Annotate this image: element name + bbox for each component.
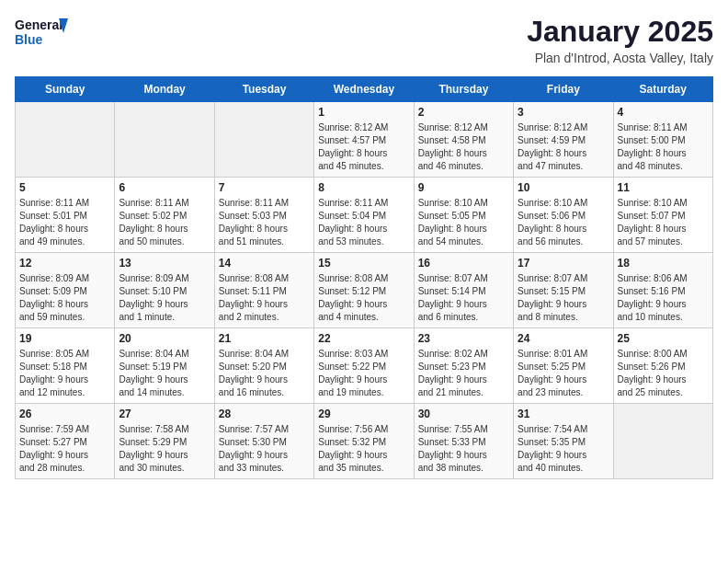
svg-text:General: General [15, 17, 63, 32]
day-info: Sunrise: 8:00 AMSunset: 5:26 PMDaylight:… [618, 348, 709, 399]
day-number: 14 [219, 257, 310, 270]
calendar-cell: 9Sunrise: 8:10 AMSunset: 5:05 PMDaylight… [414, 178, 513, 253]
days-header-row: SundayMondayTuesdayWednesdayThursdayFrid… [16, 77, 713, 102]
calendar-cell [613, 404, 712, 479]
calendar-cell: 19Sunrise: 8:05 AMSunset: 5:18 PMDayligh… [16, 328, 115, 404]
day-number: 15 [318, 257, 409, 270]
day-info: Sunrise: 8:02 AMSunset: 5:23 PMDaylight:… [418, 348, 509, 399]
week-row-5: 26Sunrise: 7:59 AMSunset: 5:27 PMDayligh… [16, 404, 713, 479]
calendar-cell: 31Sunrise: 7:54 AMSunset: 5:35 PMDayligh… [514, 404, 613, 479]
day-number: 13 [119, 257, 210, 270]
day-info: Sunrise: 8:11 AMSunset: 5:01 PMDaylight:… [19, 197, 110, 248]
calendar-cell: 8Sunrise: 8:11 AMSunset: 5:04 PMDaylight… [314, 178, 414, 253]
day-number: 10 [518, 181, 609, 194]
day-number: 27 [119, 408, 210, 420]
day-number: 30 [418, 408, 509, 420]
day-info: Sunrise: 7:57 AMSunset: 5:30 PMDaylight:… [219, 423, 310, 475]
day-number: 11 [618, 181, 709, 194]
day-info: Sunrise: 8:11 AMSunset: 5:03 PMDaylight:… [219, 197, 310, 248]
day-number: 5 [19, 181, 110, 194]
title-area: January 2025 Plan d'Introd, Aosta Valley… [527, 15, 713, 65]
page-header: GeneralBlue January 2025 Plan d'Introd, … [15, 15, 713, 65]
week-row-1: 1Sunrise: 8:12 AMSunset: 4:57 PMDaylight… [16, 102, 713, 178]
calendar-cell: 1Sunrise: 8:12 AMSunset: 4:57 PMDaylight… [314, 102, 414, 178]
calendar-subtitle: Plan d'Introd, Aosta Valley, Italy [527, 51, 713, 65]
calendar-cell: 23Sunrise: 8:02 AMSunset: 5:23 PMDayligh… [414, 328, 513, 404]
calendar-cell: 30Sunrise: 7:55 AMSunset: 5:33 PMDayligh… [414, 404, 513, 479]
day-number: 26 [19, 408, 110, 420]
week-row-2: 5Sunrise: 8:11 AMSunset: 5:01 PMDaylight… [16, 178, 713, 253]
calendar-cell: 17Sunrise: 8:07 AMSunset: 5:15 PMDayligh… [514, 253, 613, 328]
day-info: Sunrise: 8:11 AMSunset: 5:00 PMDaylight:… [618, 121, 709, 173]
calendar-cell: 29Sunrise: 7:56 AMSunset: 5:32 PMDayligh… [314, 404, 414, 479]
day-info: Sunrise: 7:58 AMSunset: 5:29 PMDaylight:… [119, 423, 210, 475]
day-number: 7 [219, 181, 310, 194]
calendar-cell: 27Sunrise: 7:58 AMSunset: 5:29 PMDayligh… [115, 404, 214, 479]
day-info: Sunrise: 8:08 AMSunset: 5:12 PMDaylight:… [318, 272, 409, 324]
day-number: 23 [418, 332, 509, 345]
calendar-cell: 22Sunrise: 8:03 AMSunset: 5:22 PMDayligh… [314, 328, 414, 404]
calendar-cell: 18Sunrise: 8:06 AMSunset: 5:16 PMDayligh… [613, 253, 712, 328]
day-info: Sunrise: 8:05 AMSunset: 5:18 PMDaylight:… [19, 348, 110, 399]
day-number: 17 [518, 257, 609, 270]
day-info: Sunrise: 8:10 AMSunset: 5:05 PMDaylight:… [418, 197, 509, 248]
calendar-cell: 16Sunrise: 8:07 AMSunset: 5:14 PMDayligh… [414, 253, 513, 328]
calendar-title: January 2025 [527, 15, 713, 49]
calendar-cell: 25Sunrise: 8:00 AMSunset: 5:26 PMDayligh… [613, 328, 712, 404]
day-number: 31 [518, 408, 609, 420]
calendar-cell: 11Sunrise: 8:10 AMSunset: 5:07 PMDayligh… [613, 178, 712, 253]
logo-svg: GeneralBlue [15, 15, 70, 48]
day-info: Sunrise: 8:11 AMSunset: 5:04 PMDaylight:… [318, 197, 409, 248]
calendar-cell: 5Sunrise: 8:11 AMSunset: 5:01 PMDaylight… [16, 178, 115, 253]
calendar-cell: 7Sunrise: 8:11 AMSunset: 5:03 PMDaylight… [214, 178, 313, 253]
day-info: Sunrise: 8:07 AMSunset: 5:15 PMDaylight:… [518, 272, 609, 324]
calendar-cell: 26Sunrise: 7:59 AMSunset: 5:27 PMDayligh… [16, 404, 115, 479]
calendar-cell: 10Sunrise: 8:10 AMSunset: 5:06 PMDayligh… [514, 178, 613, 253]
day-info: Sunrise: 8:07 AMSunset: 5:14 PMDaylight:… [418, 272, 509, 324]
day-number: 20 [119, 332, 210, 345]
svg-text:Blue: Blue [15, 32, 43, 47]
day-header-friday: Friday [514, 77, 613, 102]
day-number: 1 [318, 106, 409, 119]
day-number: 28 [219, 408, 310, 420]
day-info: Sunrise: 8:09 AMSunset: 5:09 PMDaylight:… [19, 272, 110, 324]
day-info: Sunrise: 7:55 AMSunset: 5:33 PMDaylight:… [418, 423, 509, 475]
day-header-saturday: Saturday [613, 77, 712, 102]
day-info: Sunrise: 8:03 AMSunset: 5:22 PMDaylight:… [318, 348, 409, 399]
logo: GeneralBlue [15, 15, 70, 48]
day-info: Sunrise: 8:04 AMSunset: 5:19 PMDaylight:… [119, 348, 210, 399]
day-number: 19 [19, 332, 110, 345]
day-number: 4 [618, 106, 709, 119]
day-info: Sunrise: 8:12 AMSunset: 4:58 PMDaylight:… [418, 121, 509, 173]
day-header-tuesday: Tuesday [214, 77, 313, 102]
calendar-cell: 4Sunrise: 8:11 AMSunset: 5:00 PMDaylight… [613, 102, 712, 178]
day-info: Sunrise: 8:10 AMSunset: 5:07 PMDaylight:… [618, 197, 709, 248]
calendar-cell: 6Sunrise: 8:11 AMSunset: 5:02 PMDaylight… [115, 178, 214, 253]
day-info: Sunrise: 8:12 AMSunset: 4:57 PMDaylight:… [318, 121, 409, 173]
day-info: Sunrise: 7:59 AMSunset: 5:27 PMDaylight:… [19, 423, 110, 475]
week-row-3: 12Sunrise: 8:09 AMSunset: 5:09 PMDayligh… [16, 253, 713, 328]
day-number: 25 [618, 332, 709, 345]
day-number: 18 [618, 257, 709, 270]
calendar-cell [214, 102, 313, 178]
calendar-cell: 3Sunrise: 8:12 AMSunset: 4:59 PMDaylight… [514, 102, 613, 178]
day-info: Sunrise: 8:01 AMSunset: 5:25 PMDaylight:… [518, 348, 609, 399]
day-number: 21 [219, 332, 310, 345]
day-number: 16 [418, 257, 509, 270]
day-header-monday: Monday [115, 77, 214, 102]
calendar-cell: 2Sunrise: 8:12 AMSunset: 4:58 PMDaylight… [414, 102, 513, 178]
day-header-thursday: Thursday [414, 77, 513, 102]
day-number: 6 [119, 181, 210, 194]
day-number: 22 [318, 332, 409, 345]
calendar-cell: 15Sunrise: 8:08 AMSunset: 5:12 PMDayligh… [314, 253, 414, 328]
day-number: 29 [318, 408, 409, 420]
calendar-cell [115, 102, 214, 178]
day-info: Sunrise: 8:09 AMSunset: 5:10 PMDaylight:… [119, 272, 210, 324]
calendar-cell: 21Sunrise: 8:04 AMSunset: 5:20 PMDayligh… [214, 328, 313, 404]
week-row-4: 19Sunrise: 8:05 AMSunset: 5:18 PMDayligh… [16, 328, 713, 404]
day-info: Sunrise: 8:08 AMSunset: 5:11 PMDaylight:… [219, 272, 310, 324]
calendar-cell [16, 102, 115, 178]
calendar-cell: 12Sunrise: 8:09 AMSunset: 5:09 PMDayligh… [16, 253, 115, 328]
calendar-cell: 24Sunrise: 8:01 AMSunset: 5:25 PMDayligh… [514, 328, 613, 404]
calendar-cell: 13Sunrise: 8:09 AMSunset: 5:10 PMDayligh… [115, 253, 214, 328]
